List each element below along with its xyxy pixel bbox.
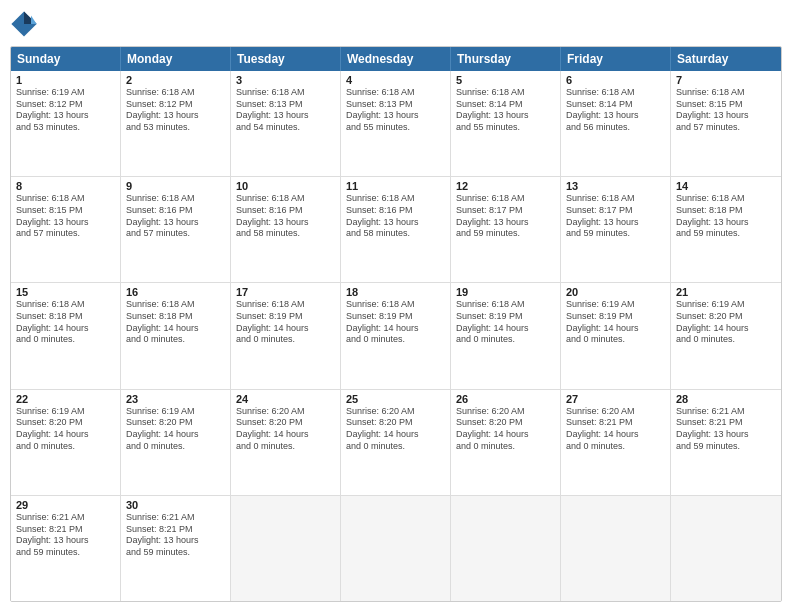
cell-info-line: Sunrise: 6:21 AM [676, 406, 776, 418]
cell-info-line: Daylight: 14 hours [566, 429, 665, 441]
day-number: 4 [346, 74, 445, 86]
cell-info-line: Sunrise: 6:19 AM [16, 406, 115, 418]
day-number: 15 [16, 286, 115, 298]
cell-info-line: Sunset: 8:21 PM [676, 417, 776, 429]
cell-info-line: and 0 minutes. [456, 334, 555, 346]
cell-info-line: Sunset: 8:16 PM [236, 205, 335, 217]
cell-info-line: Daylight: 13 hours [676, 429, 776, 441]
day-number: 19 [456, 286, 555, 298]
cell-info-line: Sunrise: 6:20 AM [566, 406, 665, 418]
cell-info-line: Sunset: 8:17 PM [566, 205, 665, 217]
cell-info-line: Daylight: 13 hours [456, 110, 555, 122]
day-number: 17 [236, 286, 335, 298]
cell-info-line: Sunset: 8:18 PM [16, 311, 115, 323]
cell-info-line: and 54 minutes. [236, 122, 335, 134]
day-cell-20: 20Sunrise: 6:19 AMSunset: 8:19 PMDayligh… [561, 283, 671, 388]
cell-info-line: Daylight: 14 hours [236, 429, 335, 441]
day-cell-14: 14Sunrise: 6:18 AMSunset: 8:18 PMDayligh… [671, 177, 781, 282]
day-number: 5 [456, 74, 555, 86]
day-number: 16 [126, 286, 225, 298]
day-number: 29 [16, 499, 115, 511]
cell-info-line: Daylight: 14 hours [346, 429, 445, 441]
cell-info-line: Daylight: 14 hours [16, 429, 115, 441]
cell-info-line: Sunrise: 6:20 AM [456, 406, 555, 418]
header-day-saturday: Saturday [671, 47, 781, 71]
day-cell-4: 4Sunrise: 6:18 AMSunset: 8:13 PMDaylight… [341, 71, 451, 176]
cell-info-line: Sunrise: 6:18 AM [456, 299, 555, 311]
logo-icon [10, 10, 38, 38]
cell-info-line: Sunset: 8:21 PM [16, 524, 115, 536]
day-number: 3 [236, 74, 335, 86]
cell-info-line: and 0 minutes. [126, 441, 225, 453]
day-number: 7 [676, 74, 776, 86]
cell-info-line: Daylight: 13 hours [236, 110, 335, 122]
cell-info-line: Sunrise: 6:18 AM [346, 87, 445, 99]
day-number: 12 [456, 180, 555, 192]
cell-info-line: Daylight: 13 hours [16, 535, 115, 547]
day-number: 10 [236, 180, 335, 192]
cell-info-line: and 59 minutes. [16, 547, 115, 559]
cell-info-line: Daylight: 13 hours [456, 217, 555, 229]
day-cell-22: 22Sunrise: 6:19 AMSunset: 8:20 PMDayligh… [11, 390, 121, 495]
cell-info-line: and 57 minutes. [676, 122, 776, 134]
cell-info-line: and 55 minutes. [346, 122, 445, 134]
cell-info-line: Daylight: 13 hours [676, 217, 776, 229]
cell-info-line: and 53 minutes. [126, 122, 225, 134]
day-cell-5: 5Sunrise: 6:18 AMSunset: 8:14 PMDaylight… [451, 71, 561, 176]
cell-info-line: Sunrise: 6:19 AM [676, 299, 776, 311]
cell-info-line: Sunrise: 6:18 AM [126, 87, 225, 99]
calendar-row-5: 29Sunrise: 6:21 AMSunset: 8:21 PMDayligh… [11, 496, 781, 601]
logo [10, 10, 40, 38]
day-cell-24: 24Sunrise: 6:20 AMSunset: 8:20 PMDayligh… [231, 390, 341, 495]
day-number: 18 [346, 286, 445, 298]
cell-info-line: Sunset: 8:19 PM [566, 311, 665, 323]
cell-info-line: Sunrise: 6:20 AM [346, 406, 445, 418]
day-number: 28 [676, 393, 776, 405]
cell-info-line: Sunrise: 6:18 AM [346, 193, 445, 205]
day-cell-29: 29Sunrise: 6:21 AMSunset: 8:21 PMDayligh… [11, 496, 121, 601]
day-cell-12: 12Sunrise: 6:18 AMSunset: 8:17 PMDayligh… [451, 177, 561, 282]
cell-info-line: Sunset: 8:16 PM [346, 205, 445, 217]
cell-info-line: Daylight: 14 hours [126, 323, 225, 335]
cell-info-line: Sunset: 8:19 PM [456, 311, 555, 323]
cell-info-line: Sunset: 8:16 PM [126, 205, 225, 217]
cell-info-line: and 0 minutes. [236, 334, 335, 346]
day-cell-13: 13Sunrise: 6:18 AMSunset: 8:17 PMDayligh… [561, 177, 671, 282]
cell-info-line: Daylight: 13 hours [126, 217, 225, 229]
day-number: 14 [676, 180, 776, 192]
cell-info-line: Daylight: 13 hours [126, 535, 225, 547]
cell-info-line: and 0 minutes. [16, 334, 115, 346]
cell-info-line: Sunset: 8:12 PM [16, 99, 115, 111]
cell-info-line: Sunrise: 6:20 AM [236, 406, 335, 418]
day-number: 11 [346, 180, 445, 192]
header-day-sunday: Sunday [11, 47, 121, 71]
cell-info-line: and 0 minutes. [346, 441, 445, 453]
cell-info-line: Sunset: 8:18 PM [126, 311, 225, 323]
cell-info-line: and 0 minutes. [456, 441, 555, 453]
cell-info-line: and 57 minutes. [16, 228, 115, 240]
cell-info-line: Sunrise: 6:18 AM [16, 299, 115, 311]
header-day-thursday: Thursday [451, 47, 561, 71]
cell-info-line: Sunset: 8:20 PM [676, 311, 776, 323]
cell-info-line: Sunset: 8:19 PM [236, 311, 335, 323]
day-cell-30: 30Sunrise: 6:21 AMSunset: 8:21 PMDayligh… [121, 496, 231, 601]
header-day-monday: Monday [121, 47, 231, 71]
cell-info-line: Sunrise: 6:18 AM [236, 299, 335, 311]
cell-info-line: Sunrise: 6:18 AM [566, 87, 665, 99]
cell-info-line: Sunrise: 6:18 AM [346, 299, 445, 311]
calendar-body: 1Sunrise: 6:19 AMSunset: 8:12 PMDaylight… [11, 71, 781, 601]
cell-info-line: and 0 minutes. [16, 441, 115, 453]
day-cell-26: 26Sunrise: 6:20 AMSunset: 8:20 PMDayligh… [451, 390, 561, 495]
day-cell-25: 25Sunrise: 6:20 AMSunset: 8:20 PMDayligh… [341, 390, 451, 495]
cell-info-line: Sunrise: 6:18 AM [126, 193, 225, 205]
cell-info-line: Daylight: 13 hours [126, 110, 225, 122]
day-cell-2: 2Sunrise: 6:18 AMSunset: 8:12 PMDaylight… [121, 71, 231, 176]
cell-info-line: Sunrise: 6:18 AM [456, 193, 555, 205]
cell-info-line: and 0 minutes. [566, 441, 665, 453]
day-cell-18: 18Sunrise: 6:18 AMSunset: 8:19 PMDayligh… [341, 283, 451, 388]
day-cell-16: 16Sunrise: 6:18 AMSunset: 8:18 PMDayligh… [121, 283, 231, 388]
day-number: 9 [126, 180, 225, 192]
day-number: 25 [346, 393, 445, 405]
cell-info-line: and 53 minutes. [16, 122, 115, 134]
cell-info-line: Sunrise: 6:18 AM [676, 193, 776, 205]
